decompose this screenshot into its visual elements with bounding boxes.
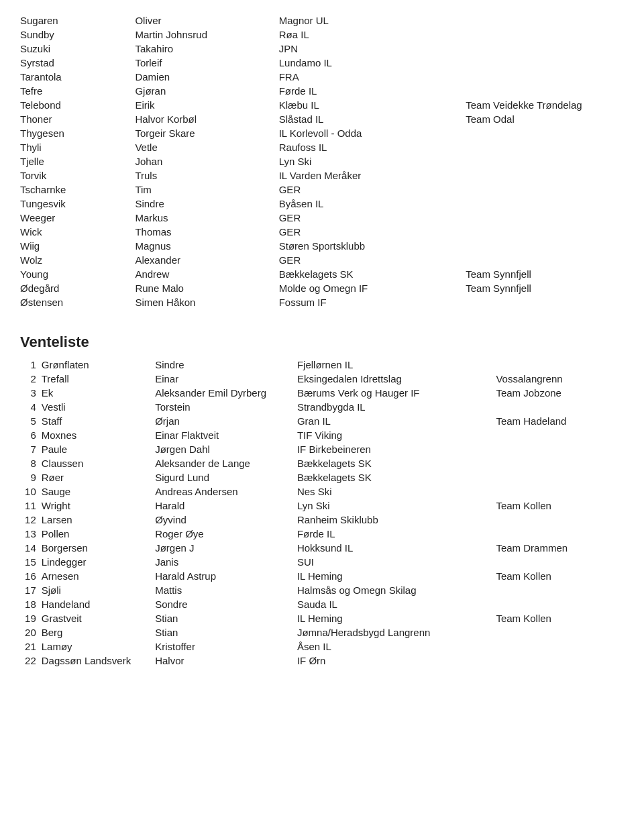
row-number: 5 — [20, 414, 42, 428]
team: Team Kollen — [496, 611, 624, 625]
table-row: 3 Ek Aleksander Emil Dyrberg Bærums Verk… — [20, 386, 624, 400]
team: Team Veidekke Trøndelag — [466, 98, 624, 112]
table-row: 12 Larsen Øyvind Ranheim Skiklubb — [20, 513, 624, 527]
table-row: 1 Grønflaten Sindre Fjellørnen IL — [20, 358, 624, 372]
last-name: Berg — [42, 625, 155, 639]
list-item: Tscharnke Tim GER — [20, 183, 624, 197]
last-name: Thyli — [20, 140, 135, 154]
club: Røa IL — [279, 28, 466, 42]
list-item: Thyli Vetle Raufoss IL — [20, 140, 624, 154]
first-name: Markus — [135, 211, 278, 225]
first-name: Stian — [155, 625, 297, 639]
team: Team Synnfjell — [466, 267, 624, 281]
first-name: Andrew — [135, 267, 278, 281]
first-name: Sindre — [155, 358, 297, 372]
team — [496, 428, 624, 442]
list-item: Tjelle Johan Lyn Ski — [20, 154, 624, 168]
last-name: Sjøli — [42, 583, 155, 597]
first-name: Damien — [135, 70, 278, 84]
list-item: Wiig Magnus Støren Sportsklubb — [20, 239, 624, 253]
first-name: Simen Håkon — [135, 295, 278, 309]
last-name: Ek — [42, 386, 155, 400]
table-row: 4 Vestli Torstein Strandbygda IL — [20, 400, 624, 414]
table-row: 14 Borgersen Jørgen J Hokksund IL Team D… — [20, 541, 624, 555]
club: Lyn Ski — [279, 154, 466, 168]
team: Team Kollen — [496, 569, 624, 583]
last-name: Larsen — [42, 513, 155, 527]
last-name: Østensen — [20, 295, 135, 309]
list-item: Suzuki Takahiro JPN — [20, 42, 624, 56]
club: Ranheim Skiklubb — [297, 513, 496, 527]
row-number: 18 — [20, 597, 42, 611]
club: Sauda IL — [297, 597, 496, 611]
last-name: Ødegård — [20, 281, 135, 295]
first-name: Janis — [155, 555, 297, 569]
club: Åsen IL — [297, 639, 496, 654]
team: Team Hadeland — [496, 414, 624, 428]
last-name: Dagssøn Landsverk — [42, 654, 155, 668]
last-name: Tscharnke — [20, 183, 135, 197]
club: FRA — [279, 70, 466, 84]
team — [466, 56, 624, 70]
row-number: 8 — [20, 456, 42, 470]
club: Lyn Ski — [297, 499, 496, 513]
team — [466, 295, 624, 309]
team — [496, 513, 624, 527]
main-list-table: Sugaren Oliver Magnor UL Sundby Martin J… — [20, 13, 624, 309]
table-row: 21 Lamøy Kristoffer Åsen IL — [20, 639, 624, 654]
row-number: 6 — [20, 428, 42, 442]
club: Molde og Omegn IF — [279, 281, 466, 295]
club: Støren Sportsklubb — [279, 239, 466, 253]
team: Team Odal — [466, 112, 624, 126]
team — [466, 183, 624, 197]
team — [466, 140, 624, 154]
last-name: Sundby — [20, 28, 135, 42]
list-item: Torvik Truls IL Varden Meråker — [20, 168, 624, 183]
table-row: 7 Paule Jørgen Dahl IF Birkebeineren — [20, 442, 624, 456]
table-row: 9 Røer Sigurd Lund Bækkelagets SK — [20, 470, 624, 484]
table-row: 10 Sauge Andreas Andersen Nes Ski — [20, 484, 624, 499]
first-name: Martin Johnsrud — [135, 28, 278, 42]
row-number: 22 — [20, 654, 42, 668]
team — [466, 13, 624, 28]
list-item: Young Andrew Bækkelagets SK Team Synnfje… — [20, 267, 624, 281]
club: Strandbygda IL — [297, 400, 496, 414]
team — [466, 42, 624, 56]
row-number: 12 — [20, 513, 42, 527]
list-item: Tungesvik Sindre Byåsen IL — [20, 197, 624, 211]
last-name: Suzuki — [20, 42, 135, 56]
last-name: Torvik — [20, 168, 135, 183]
team — [466, 239, 624, 253]
list-item: Wolz Alexander GER — [20, 253, 624, 267]
club: Gran IL — [297, 414, 496, 428]
team — [466, 28, 624, 42]
first-name: Ørjan — [155, 414, 297, 428]
table-row: 20 Berg Stian Jømna/Heradsbygd Langrenn — [20, 625, 624, 639]
list-item: Telebond Eirik Klæbu IL Team Veidekke Tr… — [20, 98, 624, 112]
club: Jømna/Heradsbygd Langrenn — [297, 625, 496, 639]
club: IL Heming — [297, 611, 496, 625]
team — [466, 70, 624, 84]
list-item: Sundby Martin Johnsrud Røa IL — [20, 28, 624, 42]
last-name: Lamøy — [42, 639, 155, 654]
first-name: Stian — [155, 611, 297, 625]
first-name: Torleif — [135, 56, 278, 70]
last-name: Claussen — [42, 456, 155, 470]
first-name: Halvor Korbøl — [135, 112, 278, 126]
list-item: Tefre Gjøran Førde IL — [20, 84, 624, 98]
team: Team Drammen — [496, 541, 624, 555]
first-name: Oliver — [135, 13, 278, 28]
first-name: Sindre — [135, 197, 278, 211]
last-name: Wolz — [20, 253, 135, 267]
club: Lundamo IL — [279, 56, 466, 70]
first-name: Torgeir Skare — [135, 126, 278, 140]
club: TIF Viking — [297, 428, 496, 442]
list-item: Thygesen Torgeir Skare IL Korlevoll - Od… — [20, 126, 624, 140]
team — [496, 625, 624, 639]
team — [496, 639, 624, 654]
row-number: 9 — [20, 470, 42, 484]
first-name: Tim — [135, 183, 278, 197]
team — [496, 597, 624, 611]
club: Førde IL — [279, 84, 466, 98]
first-name: Magnus — [135, 239, 278, 253]
